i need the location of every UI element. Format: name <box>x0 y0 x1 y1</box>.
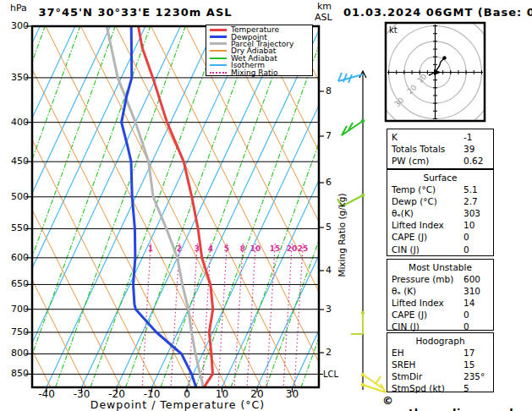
legend-label: Isotherm <box>231 62 265 68</box>
legend-label: Temperature <box>231 26 279 33</box>
table-row: SREH15 <box>392 359 493 370</box>
indices-table: K-1 Totals Totals39 PW (cm)0.62 <box>387 129 494 169</box>
row-label: K <box>392 131 463 143</box>
row-label: Dewp (°C) <box>392 195 463 207</box>
km-tick-label: 3 <box>326 304 332 315</box>
row-value: 303 <box>463 207 493 219</box>
table-row: Temp (°C)5.1 <box>392 184 493 195</box>
row-label: CIN (J) <box>392 321 463 332</box>
plot-border <box>32 26 319 387</box>
row-value: 0.62 <box>463 155 493 167</box>
mixing-ratio-value-label: 5 <box>220 244 233 254</box>
sounding-curves <box>107 26 213 387</box>
row-value: 5.1 <box>463 184 493 195</box>
table-row: Lifted Index14 <box>392 297 493 309</box>
dewpoint-line-swatch <box>210 36 227 38</box>
row-label: Pressure (mb) <box>392 273 463 285</box>
row-label: Totals Totals <box>392 143 463 155</box>
row-label: StmSpd (kt) <box>392 382 463 394</box>
row-value: 17 <box>463 347 493 359</box>
table-row: EH17 <box>392 347 493 359</box>
dry-adiabat-line-swatch <box>210 50 227 52</box>
pressure-tick-label: 450 <box>2 156 29 167</box>
pressure-tick-label: 300 <box>2 21 29 31</box>
alt-unit-asl-label: ASL <box>315 13 332 23</box>
row-value: 2.7 <box>463 195 493 207</box>
table-row: PW (cm)0.62 <box>392 155 493 167</box>
alt-unit-km-label: km <box>317 2 332 12</box>
table-row: θₑ(K)303 <box>392 207 493 219</box>
table-row: Totals Totals39 <box>392 143 493 155</box>
row-value: 0 <box>463 309 493 321</box>
row-value: 310 <box>463 285 493 297</box>
copyright-text: © weatheronline.co.uk <box>382 394 532 411</box>
temp-tick-label: 20 <box>240 389 274 399</box>
table-row: StmSpd (kt)5 <box>392 382 493 394</box>
pressure-tick-label: 800 <box>2 348 29 359</box>
row-value: 10 <box>463 219 493 231</box>
row-label: PW (cm) <box>392 155 463 167</box>
pressure-tick-label: 400 <box>2 118 29 128</box>
table-row: CIN (J)0 <box>392 321 493 332</box>
most-unstable-table: Most Unstable Pressure (mb)600 θₑ (K)310… <box>387 259 494 331</box>
temp-tick-label: 30 <box>276 389 310 399</box>
mixing-ratio-value-label: 3 <box>190 244 204 254</box>
row-label: Temp (°C) <box>392 184 463 195</box>
row-label: CIN (J) <box>392 244 463 255</box>
table-row: Lifted Index10 <box>392 219 493 231</box>
row-value: 0 <box>463 244 493 255</box>
km-tick-label: 8 <box>326 86 332 96</box>
pressure-unit-label: hPa <box>10 3 27 14</box>
table-title: Most Unstable <box>387 261 493 273</box>
km-tick-label: 6 <box>326 178 332 188</box>
table-title: Surface <box>387 172 493 184</box>
mixing-ratio-axis-label: Mixing Ratio (g/kg) <box>337 180 347 290</box>
row-label: CAPE (J) <box>392 309 463 321</box>
hodograph-ring-label: 10 <box>415 72 428 85</box>
temp-tick-label: 0 <box>170 389 204 399</box>
hodograph-table: Hodograph EH17 SREH15 StmDir235° StmSpd … <box>387 332 494 392</box>
table-row: θₑ (K)310 <box>392 285 493 297</box>
wind-barb <box>361 383 386 392</box>
hodograph-unit-label: kt <box>389 25 398 36</box>
lcl-label: LCL <box>323 370 338 380</box>
row-label: Lifted Index <box>392 219 463 231</box>
temperature-line-swatch <box>210 29 227 31</box>
mixing-ratio-value-label: 15 <box>268 244 282 254</box>
row-label: θₑ (K) <box>392 285 463 297</box>
row-value: 14 <box>463 297 493 309</box>
chart-title: 37°45'N 30°33'E 1230m ASL <box>38 6 233 19</box>
pressure-tick-label: 700 <box>2 304 29 315</box>
row-value: -1 <box>463 131 493 143</box>
mixing-ratio-value-label: 10 <box>249 244 262 254</box>
table-row: Pressure (mb)600 <box>392 273 493 285</box>
table-title: Hodograph <box>387 335 493 347</box>
table-row: K-1 <box>392 131 493 143</box>
isotherm-line-swatch <box>210 64 227 66</box>
row-label: SREH <box>392 359 463 370</box>
pressure-tick-label: 850 <box>2 369 29 379</box>
row-value: 5 <box>463 382 493 394</box>
dewpoint-curve <box>122 26 196 387</box>
row-label: Lifted Index <box>392 297 463 309</box>
pressure-tick-label: 600 <box>2 253 29 263</box>
km-tick-label: 7 <box>326 131 332 141</box>
mixing-ratio-value-label: 1 <box>144 244 157 254</box>
wet-adiabat-line-swatch <box>210 58 227 59</box>
pressure-tick-label: 350 <box>2 73 29 83</box>
row-value: 15 <box>463 359 493 370</box>
x-axis-label: Dewpoint / Temperature (°C) <box>51 398 304 411</box>
wind-barb <box>351 311 365 334</box>
temp-tick-label: -40 <box>30 389 63 399</box>
pressure-tick-label: 550 <box>2 223 29 233</box>
row-label: StmDir <box>392 370 463 382</box>
surface-table: Surface Temp (°C)5.1 Dewp (°C)2.7 θₑ(K)3… <box>387 169 494 256</box>
row-label: CAPE (J) <box>392 231 463 243</box>
row-value: 39 <box>463 143 493 155</box>
temperature-curve <box>139 26 213 387</box>
km-tick-label: 4 <box>326 266 332 276</box>
temp-tick-label: 10 <box>206 389 239 399</box>
table-row: StmDir235° <box>392 370 493 382</box>
row-label: θₑ(K) <box>392 207 463 219</box>
pressure-tick-label: 750 <box>2 327 29 337</box>
